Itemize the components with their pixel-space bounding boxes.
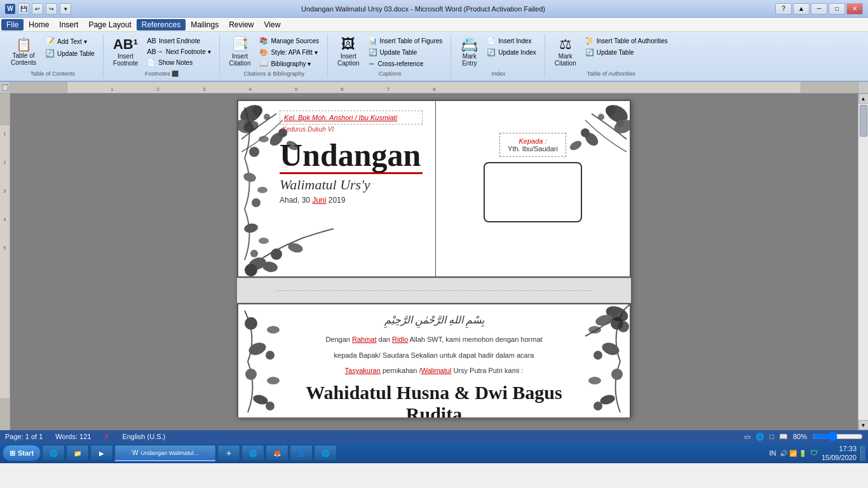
menu-insert[interactable]: Insert — [54, 19, 83, 30]
document-area: 1 2 3 4 5 — [0, 93, 868, 430]
insert-footnote-icon: AB¹ — [113, 37, 138, 51]
toc-group-label: Table of Contents — [31, 71, 75, 77]
insert-caption-label: InsertCaption — [337, 53, 359, 67]
update-captions-table-button[interactable]: 🔄 Update Table — [365, 47, 446, 58]
taskbar-chrome[interactable]: 🌐 — [241, 445, 264, 461]
ribbon-group-toc: 📋 Table ofContents 📝 Add Text ▾ 🔄 Update… — [3, 34, 104, 78]
walimatul-underline: Walimatul — [421, 367, 451, 374]
update-toc-button[interactable]: 🔄 Update Table — [42, 48, 98, 59]
redo-button[interactable]: ↪ — [46, 3, 57, 15]
toc-button[interactable]: 📋 Table ofContents — [8, 36, 39, 69]
insert-index-icon: 📄 — [487, 37, 496, 45]
mark-entry-icon: 📇 — [461, 37, 478, 51]
footnotes-expand-icon[interactable]: ⬛ — [172, 71, 179, 77]
zoom-slider[interactable] — [812, 433, 863, 440]
insert-toa-button[interactable]: 📜 Insert Table of Authorities — [582, 36, 671, 46]
svg-point-23 — [257, 187, 268, 193]
language-status[interactable]: English (U.S.) — [122, 433, 165, 440]
cross-reference-button[interactable]: ↔ Cross-reference — [365, 58, 446, 69]
captions-small-group: 📊 Insert Table of Figures 🔄 Update Table… — [365, 36, 446, 69]
insert-citation-label: InsertCitation — [229, 53, 251, 67]
ribbon-group-citations: 📑 InsertCitation 📚 Manage Sources 🎨 Styl… — [221, 34, 329, 78]
taskbar-media[interactable]: ▶ — [90, 445, 113, 461]
menu-page-layout[interactable]: Page Layout — [83, 19, 136, 30]
view-print-icon[interactable]: □ — [770, 433, 774, 440]
mark-entry-button[interactable]: 📇 MarkEntry — [458, 36, 481, 69]
index-small-group: 📄 Insert Index 🔄 Update Index — [484, 36, 539, 58]
menu-mailings[interactable]: Mailings — [186, 19, 224, 30]
taskbar-telegram[interactable]: ✈ — [217, 445, 240, 461]
taskbar-ie[interactable]: 🌐 — [42, 445, 65, 461]
show-desktop-button[interactable] — [860, 445, 865, 461]
insert-table-figures-button[interactable]: 📊 Insert Table of Figures — [365, 36, 446, 46]
scroll-thumb[interactable] — [860, 105, 867, 137]
window-title: Undangan Walimatul Ursy 03.docx - Micros… — [301, 5, 545, 13]
authorities-group-content: ⚖ MarkCitation 📜 Insert Table of Authori… — [552, 36, 671, 69]
insert-caption-icon: 🖼 — [341, 37, 355, 51]
save-button[interactable]: 💾 — [18, 3, 29, 15]
menu-home[interactable]: Home — [24, 19, 54, 30]
vertical-ruler-top-margin — [0, 93, 10, 125]
update-toc-label: Update Table — [57, 50, 95, 57]
ribbon: 📋 Table ofContents 📝 Add Text ▾ 🔄 Update… — [0, 32, 868, 82]
customize-btn[interactable]: ▾ — [60, 3, 71, 15]
vertical-scrollbar[interactable]: ▲ ▼ — [858, 93, 868, 430]
insert-toa-label: Insert Table of Authorities — [597, 37, 668, 44]
menu-file[interactable]: File — [1, 19, 24, 30]
maximize-button[interactable]: □ — [829, 3, 845, 15]
insert-endnote-button[interactable]: AB Insert Endnote — [144, 36, 214, 46]
view-reading-icon[interactable]: 📖 — [779, 433, 788, 441]
view-normal-icon[interactable]: ▭ — [744, 433, 750, 441]
date-underline: Juni — [312, 196, 326, 205]
arabic-text: بِسْمِ اللهِ الرَّحْمٰنِ الرَّحِيْمِ — [289, 314, 579, 326]
update-index-button[interactable]: 🔄 Update Index — [484, 47, 539, 58]
insert-index-label: Insert Index — [498, 37, 531, 44]
taskbar-app7[interactable]: 👤 — [290, 445, 313, 461]
word-icon: W — [5, 4, 15, 14]
scroll-up-arrow[interactable]: ▲ — [858, 93, 869, 104]
view-web-icon[interactable]: 🌐 — [756, 433, 764, 441]
start-button[interactable]: ⊞ Start — [3, 445, 41, 461]
page-status: Page: 1 of 1 — [5, 433, 43, 440]
taskbar-explorer[interactable]: 📁 — [66, 445, 89, 461]
left-floral-border — [238, 101, 273, 276]
scroll-track[interactable] — [858, 104, 868, 420]
body-text-1: Dengan Rahmat dan Ridlo Allah SWT, kami … — [289, 334, 579, 346]
menu-review[interactable]: Review — [224, 19, 259, 30]
update-toa-button[interactable]: 🔄 Update Table — [582, 47, 671, 58]
footnotes-small-group: AB Insert Endnote AB→ Next Footnote ▾ 📄 … — [144, 36, 214, 68]
bibliography-label: Bibliography ▾ — [271, 60, 311, 67]
couple-names: Wahidatul Husna & Dwi Bagus Rudita — [289, 382, 579, 417]
minimize-button[interactable]: ─ — [811, 3, 827, 15]
insert-footnote-button[interactable]: AB¹ InsertFootnote — [110, 36, 141, 69]
zoom-level: 80% — [793, 433, 807, 440]
manage-sources-button[interactable]: 📚 Manage Sources — [256, 36, 322, 46]
taskbar-word[interactable]: W Undangan Walimatul... — [114, 445, 216, 461]
taskbar-firefox[interactable]: 🦊 — [266, 445, 288, 461]
next-footnote-button[interactable]: AB→ Next Footnote ▾ — [144, 46, 214, 57]
scroll-down-arrow[interactable]: ▼ — [858, 420, 869, 430]
keyboard-lang: IN — [769, 449, 776, 457]
spell-check-icon[interactable]: ✗ — [104, 433, 109, 441]
show-notes-button[interactable]: 📄 Show Notes — [144, 57, 214, 68]
update-index-label: Update Index — [498, 49, 536, 56]
insert-caption-button[interactable]: 🖼 InsertCaption — [334, 36, 362, 69]
menu-references[interactable]: References — [137, 19, 186, 30]
insert-index-button[interactable]: 📄 Insert Index — [484, 36, 539, 46]
style-dropdown[interactable]: 🎨 Style: APA Fiftt ▾ — [256, 47, 322, 58]
close-button[interactable]: ✕ — [846, 3, 863, 15]
taskbar: ⊞ Start 🌐 📁 ▶ W Undangan Walimatul... ✈ … — [0, 443, 868, 463]
document-scroll-area[interactable]: Kel. Bpk Moh. Anshori / Ibu Kusmiati Ked… — [10, 93, 858, 430]
add-text-button[interactable]: 📝 Add Text ▾ — [42, 36, 98, 47]
bibliography-button[interactable]: 📖 Bibliography ▾ — [256, 58, 322, 69]
ribbon-toggle[interactable]: ▲ — [793, 3, 810, 15]
undangan-title: Undangan — [280, 139, 423, 174]
show-notes-icon: 📄 — [147, 58, 156, 67]
insert-citation-button[interactable]: 📑 InsertCitation — [226, 36, 254, 69]
vertical-ruler-marks: 1 2 3 4 5 — [0, 125, 10, 250]
taskbar-browser2[interactable]: 🌐 — [314, 445, 337, 461]
undo-button[interactable]: ↩ — [32, 3, 43, 15]
menu-view[interactable]: View — [259, 19, 286, 30]
mark-citation-button[interactable]: ⚖ MarkCitation — [552, 36, 580, 69]
help-button[interactable]: ? — [775, 3, 792, 15]
